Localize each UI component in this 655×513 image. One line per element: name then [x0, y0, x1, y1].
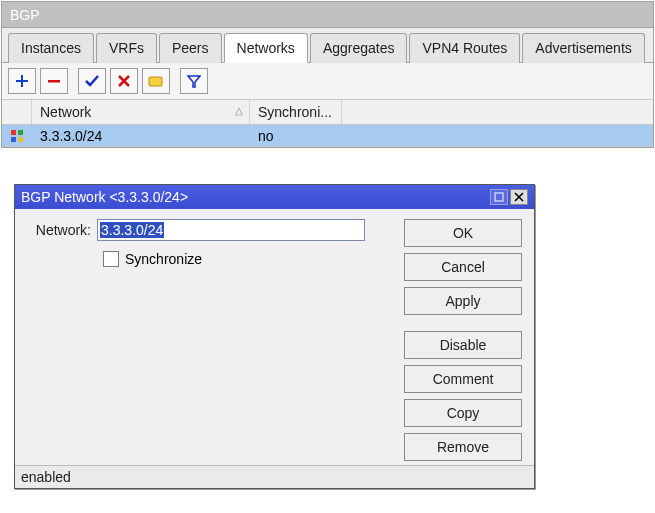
dialog-titlebar[interactable]: BGP Network <3.3.3.0/24> [15, 185, 534, 209]
dialog-buttons: OK Cancel Apply Disable Comment Copy Rem… [404, 219, 522, 461]
tab-advertisements[interactable]: Advertisements [522, 33, 644, 63]
add-button[interactable] [8, 68, 36, 94]
tab-vrfs[interactable]: VRFs [96, 33, 157, 63]
dialog-form: Network: 3.3.3.0/24 Synchronize [27, 219, 390, 461]
networks-table: Network △ Synchroni... 3.3.3.0/24 no [2, 99, 653, 147]
dialog-title: BGP Network <3.3.3.0/24> [21, 189, 188, 205]
row-icon-cell [2, 128, 32, 144]
tab-vpn4-routes[interactable]: VPN4 Routes [409, 33, 520, 63]
disable-dialog-button[interactable]: Disable [404, 331, 522, 359]
svg-rect-5 [495, 193, 503, 201]
svg-rect-4 [18, 137, 23, 142]
cell-network: 3.3.3.0/24 [32, 126, 250, 146]
close-icon [514, 192, 524, 202]
note-icon [148, 74, 164, 88]
bgp-network-dialog: BGP Network <3.3.3.0/24> Network: 3.3.3.… [14, 184, 535, 489]
remove-dialog-button[interactable]: Remove [404, 433, 522, 461]
svg-rect-1 [11, 130, 16, 135]
window-min-icon [494, 192, 504, 202]
table-row[interactable]: 3.3.3.0/24 no [2, 125, 653, 147]
ok-button[interactable]: OK [404, 219, 522, 247]
svg-rect-3 [11, 137, 16, 142]
network-entry-icon [11, 130, 23, 142]
cancel-button[interactable]: Cancel [404, 253, 522, 281]
toolbar [2, 63, 653, 99]
svg-rect-0 [149, 77, 162, 86]
table-header: Network △ Synchroni... [2, 100, 653, 125]
comment-dialog-button[interactable]: Comment [404, 365, 522, 393]
plus-icon [15, 74, 29, 88]
tab-networks[interactable]: Networks [224, 33, 308, 63]
x-icon [117, 74, 131, 88]
funnel-icon [187, 74, 201, 88]
apply-button[interactable]: Apply [404, 287, 522, 315]
cell-synchronize: no [250, 126, 342, 146]
enable-button[interactable] [78, 68, 106, 94]
copy-button[interactable]: Copy [404, 399, 522, 427]
dialog-statusbar: enabled [15, 465, 534, 488]
synchronize-checkbox[interactable] [103, 251, 119, 267]
network-field-row: Network: 3.3.3.0/24 [27, 219, 390, 241]
table-header-synchronize[interactable]: Synchroni... [250, 100, 342, 124]
table-header-icon-col[interactable] [2, 100, 32, 124]
dialog-body: Network: 3.3.3.0/24 Synchronize OK Cance… [15, 209, 534, 465]
check-icon [84, 74, 100, 88]
synchronize-label: Synchronize [125, 251, 202, 267]
tab-instances[interactable]: Instances [8, 33, 94, 63]
window-title: BGP [10, 7, 40, 23]
dialog-minimize-button[interactable] [490, 189, 508, 205]
table-header-filler [342, 100, 653, 124]
network-label: Network: [27, 222, 97, 238]
sort-indicator-icon: △ [235, 105, 243, 116]
tabstrip: Instances VRFs Peers Networks Aggregates… [2, 28, 653, 63]
tab-aggregates[interactable]: Aggregates [310, 33, 408, 63]
window-titlebar: BGP [2, 2, 653, 28]
remove-button[interactable] [40, 68, 68, 94]
svg-rect-2 [18, 130, 23, 135]
tab-peers[interactable]: Peers [159, 33, 222, 63]
minus-icon [47, 74, 61, 88]
network-input[interactable]: 3.3.3.0/24 [97, 219, 365, 241]
dialog-close-button[interactable] [510, 189, 528, 205]
bgp-window: BGP Instances VRFs Peers Networks Aggreg… [1, 1, 654, 148]
table-header-network[interactable]: Network △ [32, 100, 250, 124]
comment-button[interactable] [142, 68, 170, 94]
filter-button[interactable] [180, 68, 208, 94]
status-text: enabled [21, 469, 71, 485]
col-label-network: Network [40, 104, 91, 120]
network-input-value: 3.3.3.0/24 [100, 222, 164, 238]
disable-button[interactable] [110, 68, 138, 94]
synchronize-row: Synchronize [103, 251, 390, 267]
